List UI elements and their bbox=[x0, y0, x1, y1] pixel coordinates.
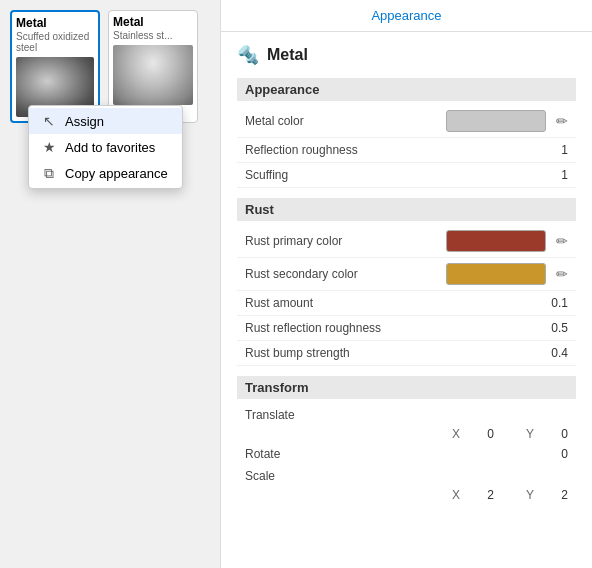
favorites-label: Add to favorites bbox=[65, 140, 155, 155]
panel-title: Appearance bbox=[371, 8, 441, 23]
star-icon: ★ bbox=[41, 139, 57, 155]
scale-row: X 2 Y 2 bbox=[237, 485, 576, 505]
scuffing-value: 1 bbox=[538, 168, 568, 182]
context-menu-copy[interactable]: ⧉ Copy appearance bbox=[29, 160, 182, 186]
card-image-2 bbox=[113, 45, 193, 105]
translate-y-axis: Y bbox=[514, 427, 534, 441]
rust-amount-label: Rust amount bbox=[245, 296, 538, 310]
prop-rust-reflection: Rust reflection roughness 0.5 bbox=[237, 316, 576, 341]
cursor-icon: ↖ bbox=[41, 113, 57, 129]
metal-texture-2 bbox=[113, 45, 193, 105]
rotate-label: Rotate bbox=[245, 447, 561, 461]
scale-x-axis: X bbox=[440, 488, 460, 502]
rust-bump-label: Rust bump strength bbox=[245, 346, 538, 360]
transform-group: Translate X 0 Y 0 Rotate 0 Scale X 2 bbox=[237, 403, 576, 505]
panel-header: Appearance bbox=[221, 0, 592, 32]
prop-reflection-roughness: Reflection roughness 1 bbox=[237, 138, 576, 163]
rotate-row: Rotate 0 bbox=[237, 444, 576, 464]
scale-y-value: 2 bbox=[538, 488, 568, 502]
card-title-2: Metal bbox=[113, 15, 193, 29]
metal-color-edit-icon[interactable]: ✏ bbox=[556, 113, 568, 129]
copy-icon: ⧉ bbox=[41, 165, 57, 181]
rust-reflection-value: 0.5 bbox=[538, 321, 568, 335]
scale-y-axis: Y bbox=[514, 488, 534, 502]
left-panel: Metal Scuffed oxidized steel Metal Stain… bbox=[0, 0, 220, 568]
rust-primary-swatch[interactable] bbox=[446, 230, 546, 252]
metal-color-label: Metal color bbox=[245, 114, 446, 128]
rotate-value: 0 bbox=[561, 447, 568, 461]
card-subtitle-2: Stainless st... bbox=[113, 30, 193, 41]
section-title-row: 🔩 Metal bbox=[237, 44, 576, 66]
material-icon: 🔩 bbox=[237, 44, 259, 66]
group-rust: Rust bbox=[237, 198, 576, 221]
prop-metal-color: Metal color ✏ bbox=[237, 105, 576, 138]
prop-rust-secondary: Rust secondary color ✏ bbox=[237, 258, 576, 291]
rust-secondary-swatch[interactable] bbox=[446, 263, 546, 285]
reflection-roughness-value: 1 bbox=[538, 143, 568, 157]
card-subtitle-1: Scuffed oxidized steel bbox=[16, 31, 94, 53]
rust-secondary-label: Rust secondary color bbox=[245, 267, 446, 281]
context-menu-favorites[interactable]: ★ Add to favorites bbox=[29, 134, 182, 160]
scale-label: Scale bbox=[237, 464, 576, 485]
prop-rust-primary: Rust primary color ✏ bbox=[237, 225, 576, 258]
context-menu: ↖ Assign ★ Add to favorites ⧉ Copy appea… bbox=[28, 105, 183, 189]
reflection-roughness-label: Reflection roughness bbox=[245, 143, 538, 157]
prop-rust-bump: Rust bump strength 0.4 bbox=[237, 341, 576, 366]
rust-primary-label: Rust primary color bbox=[245, 234, 446, 248]
translate-row: X 0 Y 0 bbox=[237, 424, 576, 444]
rust-secondary-edit-icon[interactable]: ✏ bbox=[556, 266, 568, 282]
metal-color-swatch[interactable] bbox=[446, 110, 546, 132]
rust-primary-edit-icon[interactable]: ✏ bbox=[556, 233, 568, 249]
group-transform: Transform bbox=[237, 376, 576, 399]
translate-y-value: 0 bbox=[538, 427, 568, 441]
assign-label: Assign bbox=[65, 114, 104, 129]
scuffing-label: Scuffing bbox=[245, 168, 538, 182]
right-panel: Appearance 🔩 Metal Appearance Metal colo… bbox=[220, 0, 592, 568]
panel-content: 🔩 Metal Appearance Metal color ✏ Reflect… bbox=[221, 32, 592, 568]
context-menu-assign[interactable]: ↖ Assign bbox=[29, 108, 182, 134]
group-appearance: Appearance bbox=[237, 78, 576, 101]
prop-scuffing: Scuffing 1 bbox=[237, 163, 576, 188]
translate-x-axis: X bbox=[440, 427, 460, 441]
scale-x-value: 2 bbox=[464, 488, 494, 502]
prop-rust-amount: Rust amount 0.1 bbox=[237, 291, 576, 316]
copy-label: Copy appearance bbox=[65, 166, 168, 181]
translate-x-value: 0 bbox=[464, 427, 494, 441]
rust-reflection-label: Rust reflection roughness bbox=[245, 321, 538, 335]
card-title-1: Metal bbox=[16, 16, 94, 30]
translate-label: Translate bbox=[237, 403, 576, 424]
rust-amount-value: 0.1 bbox=[538, 296, 568, 310]
rust-bump-value: 0.4 bbox=[538, 346, 568, 360]
section-name: Metal bbox=[267, 46, 308, 64]
